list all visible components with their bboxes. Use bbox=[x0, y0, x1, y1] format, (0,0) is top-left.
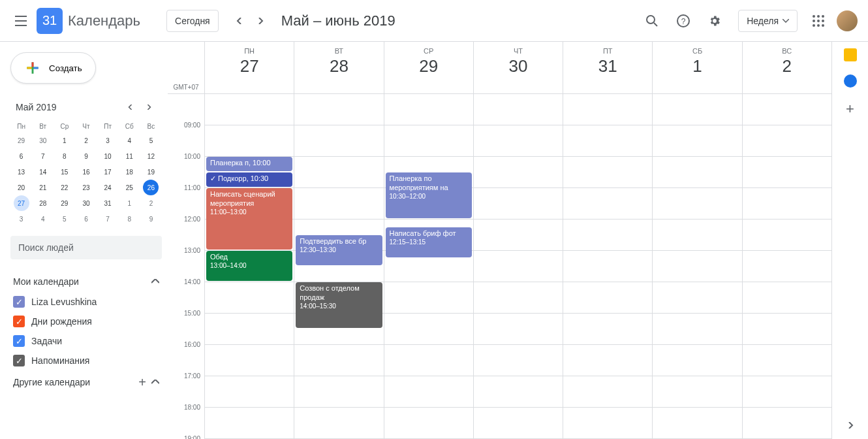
other-calendars-header[interactable]: Другие календари + bbox=[10, 370, 162, 394]
day-header[interactable]: СБ1 bbox=[652, 42, 741, 93]
mini-day[interactable]: 9 bbox=[143, 211, 159, 227]
today-button[interactable]: Сегодня bbox=[166, 10, 219, 32]
mini-day[interactable]: 25 bbox=[121, 180, 137, 195]
day-header[interactable]: ПН27 bbox=[204, 42, 294, 93]
day-header[interactable]: ВТ28 bbox=[294, 42, 383, 93]
mini-day[interactable]: 16 bbox=[78, 164, 94, 180]
menu-icon[interactable] bbox=[5, 5, 37, 37]
mini-day[interactable]: 5 bbox=[143, 133, 159, 148]
mini-day[interactable]: 1 bbox=[121, 195, 137, 211]
day-column[interactable] bbox=[742, 94, 831, 439]
avatar[interactable] bbox=[837, 10, 858, 31]
checkbox-icon[interactable]: ✓ bbox=[13, 296, 25, 308]
mini-day[interactable]: 18 bbox=[121, 164, 137, 180]
calendar-item[interactable]: ✓Задачи bbox=[10, 331, 162, 351]
search-people-input[interactable]: Поиск людей bbox=[10, 236, 162, 259]
mini-day[interactable]: 27 bbox=[14, 195, 29, 211]
prev-week-button[interactable] bbox=[229, 10, 250, 31]
keep-icon[interactable] bbox=[844, 48, 857, 61]
checkbox-icon[interactable]: ✓ bbox=[13, 335, 25, 347]
mini-prev-button[interactable] bbox=[123, 99, 138, 115]
mini-day[interactable]: 14 bbox=[35, 164, 51, 180]
calendar-label: Задачи bbox=[31, 336, 62, 346]
day-column[interactable]: Планерка по мероприятиям на10:30–12:00На… bbox=[384, 94, 473, 439]
mini-day[interactable]: 8 bbox=[57, 148, 72, 164]
next-week-button[interactable] bbox=[250, 10, 271, 31]
view-select[interactable]: Неделя bbox=[738, 10, 798, 32]
mini-day[interactable]: 26 bbox=[143, 180, 159, 195]
mini-day[interactable]: 28 bbox=[35, 195, 51, 211]
mini-day[interactable]: 1 bbox=[57, 133, 72, 148]
mini-day[interactable]: 20 bbox=[14, 180, 29, 195]
day-column[interactable] bbox=[652, 94, 741, 439]
mini-day[interactable]: 5 bbox=[57, 211, 72, 227]
calendar-event[interactable]: ✓ Подкорр, 10:30 bbox=[206, 172, 292, 187]
calendar-item[interactable]: ✓Liza Levushkina bbox=[10, 292, 162, 312]
help-icon[interactable]: ? bbox=[670, 8, 696, 34]
svg-point-6 bbox=[813, 20, 815, 22]
mini-day[interactable]: 30 bbox=[78, 195, 94, 211]
day-column[interactable] bbox=[473, 94, 563, 439]
calendar-event[interactable]: Обед13:00–14:00 bbox=[206, 251, 292, 281]
mini-day[interactable]: 10 bbox=[100, 148, 116, 164]
mini-day[interactable]: 4 bbox=[121, 133, 137, 148]
mini-day[interactable]: 6 bbox=[14, 148, 29, 164]
mini-day[interactable]: 22 bbox=[57, 180, 72, 195]
apps-icon[interactable] bbox=[805, 8, 831, 34]
calendar-event[interactable]: Планерка по мероприятиям на10:30–12:00 bbox=[386, 172, 472, 218]
calendar-event[interactable]: Написать сценарий мероприятия11:00–13:00 bbox=[206, 188, 292, 250]
mini-day[interactable]: 2 bbox=[78, 133, 94, 148]
hide-panel-button[interactable] bbox=[847, 422, 854, 429]
mini-day[interactable]: 30 bbox=[35, 133, 51, 148]
chevron-down-icon bbox=[783, 19, 789, 23]
checkbox-icon[interactable]: ✓ bbox=[13, 316, 25, 327]
day-header[interactable]: ПТ31 bbox=[563, 42, 652, 93]
my-calendars-header[interactable]: Мои календари bbox=[10, 271, 162, 292]
create-button[interactable]: Создать bbox=[10, 52, 96, 84]
mini-day[interactable]: 12 bbox=[143, 148, 159, 164]
svg-point-0 bbox=[647, 16, 655, 24]
mini-day[interactable]: 8 bbox=[121, 211, 137, 227]
day-column[interactable]: Подтвердить все бр12:30–13:30Созвон с от… bbox=[294, 94, 383, 439]
day-header[interactable]: СР29 bbox=[384, 42, 473, 93]
mini-day[interactable]: 31 bbox=[100, 195, 116, 211]
calendar-event[interactable]: Созвон с отделом продаж14:00–15:30 bbox=[296, 282, 382, 328]
settings-icon[interactable] bbox=[702, 8, 728, 34]
day-header[interactable]: ЧТ30 bbox=[473, 42, 563, 93]
calendar-label: Напоминания bbox=[31, 355, 89, 366]
tasks-icon[interactable] bbox=[844, 74, 857, 88]
mini-day[interactable]: 23 bbox=[78, 180, 94, 195]
add-calendar-button[interactable]: + bbox=[138, 376, 146, 389]
calendar-event[interactable]: Планерка п, 10:00 bbox=[206, 157, 292, 171]
mini-day[interactable]: 7 bbox=[35, 148, 51, 164]
search-icon[interactable] bbox=[639, 8, 665, 34]
mini-calendar[interactable]: ПнВтСрЧтПтСбВс29301234567891011121314151… bbox=[10, 120, 162, 227]
mini-day[interactable]: 3 bbox=[14, 211, 29, 227]
mini-day[interactable]: 9 bbox=[78, 148, 94, 164]
add-addon-button[interactable]: + bbox=[846, 101, 854, 118]
day-column[interactable]: Планерка п, 10:00✓ Подкорр, 10:30Написат… bbox=[204, 94, 294, 439]
mini-day[interactable]: 21 bbox=[35, 180, 51, 195]
mini-day[interactable]: 19 bbox=[143, 164, 159, 180]
mini-day[interactable]: 24 bbox=[100, 180, 116, 195]
calendar-event[interactable]: Подтвердить все бр12:30–13:30 bbox=[296, 235, 382, 265]
day-header[interactable]: ВС2 bbox=[742, 42, 831, 93]
mini-day[interactable]: 4 bbox=[35, 211, 51, 227]
mini-next-button[interactable] bbox=[141, 99, 157, 115]
mini-day[interactable]: 15 bbox=[57, 164, 72, 180]
calendar-event[interactable]: Написать бриф фот12:15–13:15 bbox=[386, 227, 472, 257]
day-column[interactable] bbox=[563, 94, 652, 439]
calendar-item[interactable]: ✓Дни рождения bbox=[10, 312, 162, 331]
date-range: Май – июнь 2019 bbox=[281, 12, 395, 29]
mini-day[interactable]: 2 bbox=[143, 195, 159, 211]
mini-day[interactable]: 6 bbox=[78, 211, 94, 227]
mini-day[interactable]: 29 bbox=[14, 133, 29, 148]
calendar-item[interactable]: ✓Напоминания bbox=[10, 351, 162, 370]
mini-day[interactable]: 17 bbox=[100, 164, 116, 180]
mini-day[interactable]: 3 bbox=[100, 133, 116, 148]
checkbox-icon[interactable]: ✓ bbox=[13, 355, 25, 366]
mini-day[interactable]: 13 bbox=[14, 164, 29, 180]
mini-day[interactable]: 7 bbox=[100, 211, 116, 227]
mini-day[interactable]: 29 bbox=[57, 195, 72, 211]
mini-day[interactable]: 11 bbox=[121, 148, 137, 164]
